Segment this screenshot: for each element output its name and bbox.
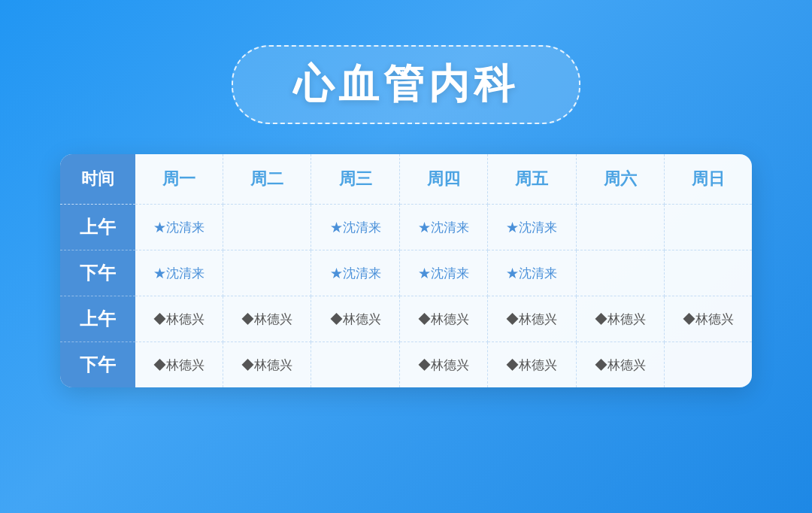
- title-box: 心血管内科: [232, 45, 580, 124]
- schedule-cell: ◆林德兴: [399, 296, 487, 342]
- table-header-row: 时间 周一 周二 周三 周四 周五 周六 周日: [60, 154, 752, 205]
- day-header-sat: 周六: [576, 154, 664, 205]
- title-container: 心血管内科: [232, 45, 580, 124]
- time-cell: 上午: [60, 205, 135, 250]
- schedule-cell: ◆林德兴: [488, 342, 576, 388]
- schedule-cell: ★沈清来: [311, 250, 399, 296]
- schedule-cell: ◆林德兴: [664, 296, 752, 342]
- table-row: 上午◆林德兴◆林德兴◆林德兴◆林德兴◆林德兴◆林德兴◆林德兴: [60, 296, 752, 342]
- schedule-cell: [311, 342, 399, 388]
- schedule-cell: ★沈清来: [311, 205, 399, 250]
- table-row: 上午★沈清来★沈清来★沈清来★沈清来: [60, 205, 752, 250]
- schedule-container: 时间 周一 周二 周三 周四 周五 周六 周日 上午★沈清来★沈清来★沈清来★沈…: [60, 154, 752, 387]
- day-header-mon: 周一: [135, 154, 223, 205]
- schedule-cell: [664, 250, 752, 296]
- table-row: 下午★沈清来★沈清来★沈清来★沈清来: [60, 250, 752, 296]
- schedule-cell: [576, 205, 664, 250]
- schedule-table: 时间 周一 周二 周三 周四 周五 周六 周日 上午★沈清来★沈清来★沈清来★沈…: [60, 154, 752, 387]
- schedule-cell: [664, 205, 752, 250]
- schedule-cell: ◆林德兴: [223, 342, 311, 388]
- schedule-cell: ◆林德兴: [135, 342, 223, 388]
- time-cell: 下午: [60, 342, 135, 388]
- table-row: 下午◆林德兴◆林德兴◆林德兴◆林德兴◆林德兴: [60, 342, 752, 388]
- schedule-cell: ◆林德兴: [488, 296, 576, 342]
- schedule-cell: ◆林德兴: [311, 296, 399, 342]
- page-title: 心血管内科: [293, 61, 519, 106]
- day-header-tue: 周二: [223, 154, 311, 205]
- time-header: 时间: [60, 154, 135, 205]
- schedule-cell: ◆林德兴: [576, 296, 664, 342]
- schedule-cell: ◆林德兴: [399, 342, 487, 388]
- schedule-cell: ◆林德兴: [576, 342, 664, 388]
- time-cell: 下午: [60, 250, 135, 296]
- schedule-cell: ★沈清来: [135, 250, 223, 296]
- day-header-wed: 周三: [311, 154, 399, 205]
- schedule-cell: [223, 250, 311, 296]
- schedule-cell: ★沈清来: [488, 205, 576, 250]
- schedule-cell: ★沈清来: [399, 205, 487, 250]
- schedule-cell: [576, 250, 664, 296]
- time-cell: 上午: [60, 296, 135, 342]
- schedule-cell: ◆林德兴: [223, 296, 311, 342]
- day-header-fri: 周五: [488, 154, 576, 205]
- day-header-sun: 周日: [664, 154, 752, 205]
- schedule-cell: ◆林德兴: [135, 296, 223, 342]
- schedule-cell: ★沈清来: [488, 250, 576, 296]
- schedule-cell: ★沈清来: [399, 250, 487, 296]
- schedule-cell: [664, 342, 752, 388]
- schedule-cell: [223, 205, 311, 250]
- day-header-thu: 周四: [399, 154, 487, 205]
- schedule-cell: ★沈清来: [135, 205, 223, 250]
